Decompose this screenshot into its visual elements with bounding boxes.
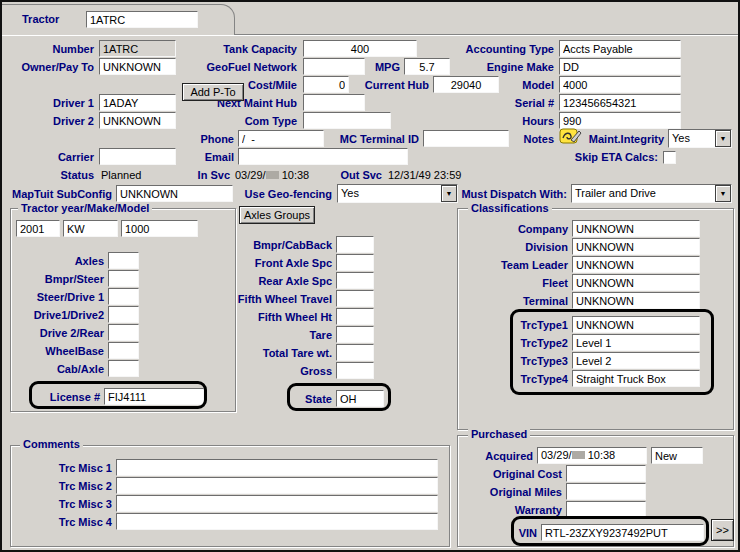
use-geofencing-label: Use Geo-fencing (238, 186, 332, 203)
trc-misc3-input[interactable] (116, 495, 438, 512)
tractor-make-input[interactable] (63, 220, 118, 237)
geofuel-network-input[interactable] (303, 58, 365, 75)
geofuel-network-label: GeoFuel Network (177, 59, 297, 76)
driver2-input[interactable] (99, 112, 176, 129)
chevron-down-icon[interactable]: ▼ (715, 130, 731, 147)
owner-pay-to-label: Owner/Pay To (10, 59, 94, 76)
serial-number-input[interactable] (559, 94, 681, 111)
acquired-input[interactable]: 03/29/ 10:38 (537, 447, 647, 464)
next-page-button[interactable]: >> (711, 519, 734, 541)
axles-input[interactable] (108, 252, 139, 269)
notes-icon[interactable] (559, 127, 583, 149)
must-dispatch-with-select[interactable]: Trailer and Drive ▼ (571, 184, 732, 203)
trctype4-input[interactable] (572, 370, 700, 387)
add-p-to-button[interactable]: Add P-To (182, 83, 244, 101)
drive2-rear-input[interactable] (108, 324, 139, 341)
accounting-type-input[interactable] (559, 40, 681, 57)
axles-label: Axles (10, 253, 104, 270)
front-axle-spc-label: Front Axle Spc (222, 255, 332, 272)
cab-axle-input[interactable] (108, 360, 139, 377)
bmpr-steer-label: Bmpr/Steer (10, 271, 104, 288)
notes-label: Notes (470, 131, 554, 148)
must-dispatch-with-value: Trailer and Drive (575, 187, 656, 200)
engine-make-input[interactable] (559, 58, 681, 75)
original-miles-input[interactable] (566, 483, 646, 500)
next-maint-hub-input[interactable] (303, 94, 365, 111)
status-label: Status (10, 167, 94, 184)
use-geofencing-value: Yes (341, 187, 359, 200)
steer-drive1-input[interactable] (108, 288, 139, 305)
total-tare-wt-input[interactable] (336, 344, 374, 361)
trc-misc1-label: Trc Misc 1 (30, 460, 112, 477)
use-geofencing-select[interactable]: Yes ▼ (337, 184, 458, 203)
trc-misc4-input[interactable] (116, 513, 438, 530)
warranty-input[interactable] (566, 501, 646, 518)
bmpr-steer-input[interactable] (108, 270, 139, 287)
tank-capacity-input[interactable] (303, 40, 417, 57)
division-input[interactable] (572, 238, 700, 255)
tractor-tab[interactable]: Tractor (2, 4, 235, 35)
state-input[interactable] (336, 390, 384, 407)
email-input[interactable] (238, 148, 408, 165)
trc-misc4-label: Trc Misc 4 (30, 514, 112, 531)
vin-input[interactable] (541, 524, 704, 541)
maint-integrity-select[interactable]: Yes ▼ (668, 129, 732, 148)
terminal-input[interactable] (572, 292, 700, 309)
original-cost-label: Original Cost (460, 466, 562, 483)
mc-terminal-id-label: MC Terminal ID (327, 131, 419, 148)
axles-groups-button[interactable]: Axles Groups (239, 206, 315, 224)
original-miles-label: Original Miles (460, 484, 562, 501)
accounting-type-label: Accounting Type (442, 41, 554, 58)
total-tare-wt-label: Total Tare wt. (222, 345, 332, 362)
tractor-year-input[interactable] (16, 220, 60, 237)
trctype2-input[interactable] (572, 334, 700, 351)
original-cost-input[interactable] (566, 465, 646, 482)
number-input[interactable] (99, 40, 176, 57)
acquired-date: 03/29/ (541, 449, 572, 461)
tab-tractor-id-input[interactable] (86, 11, 198, 28)
drive1-drive2-label: Drive1/Drive2 (10, 307, 104, 324)
trc-misc2-label: Trc Misc 2 (30, 478, 112, 495)
must-dispatch-with-label: Must Dispatch With: (455, 186, 567, 203)
serial-number-label: Serial # (442, 95, 554, 112)
phone-input[interactable] (238, 130, 324, 147)
bmpr-cabback-input[interactable] (336, 236, 374, 253)
wheelbase-input[interactable] (108, 342, 139, 359)
trc-misc2-input[interactable] (116, 477, 438, 494)
comments-title: Comments (20, 438, 83, 451)
front-axle-spc-input[interactable] (336, 254, 374, 271)
license-input[interactable] (104, 388, 204, 405)
fifth-wheel-travel-input[interactable] (336, 290, 374, 307)
trctype3-input[interactable] (572, 352, 700, 369)
fifth-wheel-ht-label: Fifth Wheel Ht (222, 309, 332, 326)
driver1-input[interactable] (99, 94, 176, 111)
maptuit-subconfig-input[interactable] (116, 185, 233, 202)
skip-eta-calcs-checkbox[interactable] (663, 151, 676, 164)
fleet-input[interactable] (572, 274, 700, 291)
acquired-condition-input[interactable] (651, 447, 703, 464)
owner-pay-to-input[interactable] (99, 58, 176, 75)
cab-axle-label: Cab/Axle (10, 361, 104, 378)
trctype3-label: TrcType3 (460, 353, 568, 370)
com-type-input[interactable] (303, 112, 391, 129)
tractor-model-input[interactable] (121, 220, 198, 237)
chevron-down-icon[interactable]: ▼ (715, 185, 731, 202)
trctype1-input[interactable] (572, 316, 700, 333)
tab-label: Tractor (22, 11, 74, 28)
rear-axle-spc-input[interactable] (336, 272, 374, 289)
tare-input[interactable] (336, 326, 374, 343)
fifth-wheel-ht-input[interactable] (336, 308, 374, 325)
drive1-drive2-input[interactable] (108, 306, 139, 323)
trc-misc1-input[interactable] (116, 459, 438, 476)
tractor-form-window: Tractor Number Tank Capacity Accounting … (0, 0, 740, 552)
license-label: License # (32, 389, 100, 406)
acquired-label: Acquired (457, 448, 533, 465)
gross-input[interactable] (336, 362, 374, 379)
division-label: Division (460, 239, 568, 256)
driver1-label: Driver 1 (10, 95, 94, 112)
model-input[interactable] (559, 76, 681, 93)
drive2-rear-label: Drive 2/Rear (10, 325, 104, 342)
cost-mile-input[interactable] (303, 76, 349, 93)
company-input[interactable] (572, 220, 700, 237)
team-leader-input[interactable] (572, 256, 700, 273)
